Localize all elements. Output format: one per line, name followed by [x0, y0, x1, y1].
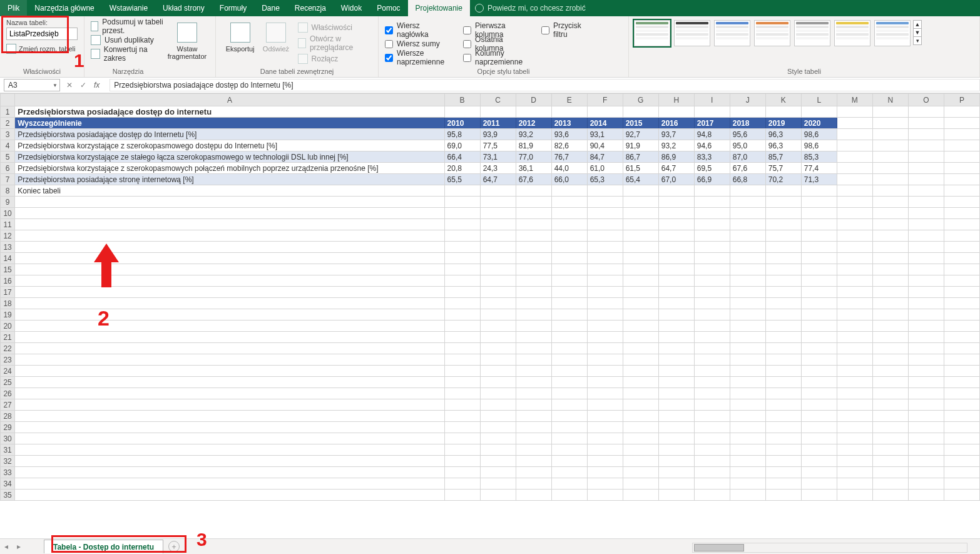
style-thumb-3[interactable] [754, 20, 790, 46]
cell[interactable] [658, 230, 694, 242]
cell[interactable] [480, 242, 516, 253]
cell[interactable] [872, 106, 908, 118]
cell[interactable] [658, 197, 694, 208]
cell[interactable] [516, 377, 551, 388]
cell[interactable] [765, 332, 801, 343]
cell[interactable] [908, 253, 944, 264]
cell[interactable]: 2014 [587, 118, 623, 129]
cell[interactable] [15, 456, 444, 467]
cell[interactable] [587, 309, 623, 321]
cell[interactable] [765, 411, 801, 422]
cell[interactable] [516, 366, 551, 377]
row-header[interactable]: 11 [1, 219, 15, 230]
cell[interactable] [801, 208, 837, 219]
cell[interactable] [623, 444, 658, 456]
cell[interactable] [516, 467, 551, 478]
cell[interactable] [444, 343, 480, 354]
cell[interactable] [944, 230, 979, 242]
cell[interactable] [908, 467, 944, 478]
cell[interactable] [908, 490, 944, 501]
cell[interactable] [551, 433, 587, 444]
cell[interactable] [694, 444, 730, 456]
cell[interactable] [516, 208, 551, 219]
tab-dane[interactable]: Dane [254, 0, 287, 16]
cell[interactable]: 2016 [658, 118, 694, 129]
cell[interactable] [872, 399, 908, 411]
cell[interactable] [837, 163, 872, 174]
cell[interactable] [480, 411, 516, 422]
cell[interactable] [480, 185, 516, 197]
chk-first[interactable]: Pierwsza kolumna [463, 24, 523, 36]
cell[interactable]: 81,9 [516, 140, 551, 151]
cell[interactable] [551, 185, 587, 197]
cell[interactable] [908, 106, 944, 118]
cell[interactable] [801, 411, 837, 422]
cell[interactable] [872, 332, 908, 343]
cell[interactable] [730, 219, 765, 230]
cell[interactable] [801, 219, 837, 230]
col-header-G[interactable]: G [623, 94, 658, 106]
cell[interactable]: 96,3 [765, 129, 801, 140]
cell[interactable] [872, 467, 908, 478]
cell[interactable] [551, 444, 587, 456]
cell[interactable] [694, 230, 730, 242]
row-header[interactable]: 29 [1, 422, 15, 433]
cell[interactable] [15, 332, 444, 343]
cell[interactable] [551, 467, 587, 478]
cell[interactable] [944, 377, 979, 388]
cell[interactable] [837, 490, 872, 501]
cell[interactable]: 44,0 [551, 163, 587, 174]
chk-filter[interactable]: Przycisk filtru [541, 24, 581, 36]
cell[interactable] [908, 343, 944, 354]
cell[interactable] [801, 309, 837, 321]
cell[interactable] [444, 321, 480, 332]
cell[interactable] [730, 444, 765, 456]
cell[interactable]: Przedsiębiorstwa posiadające stronę inte… [15, 174, 444, 185]
cell[interactable] [15, 444, 444, 456]
chk-bandedc[interactable]: Kolumny naprzemienne [463, 51, 523, 64]
cell[interactable] [801, 366, 837, 377]
cell[interactable] [516, 106, 551, 118]
cell[interactable] [837, 422, 872, 433]
cell[interactable]: 71,3 [801, 174, 837, 185]
cell[interactable] [944, 129, 979, 140]
cell[interactable] [908, 163, 944, 174]
cell[interactable] [658, 332, 694, 343]
name-box[interactable]: A3 ▼ [4, 79, 60, 91]
cell[interactable] [730, 208, 765, 219]
cell[interactable] [944, 309, 979, 321]
cell[interactable] [694, 242, 730, 253]
cell[interactable] [730, 230, 765, 242]
cell[interactable] [837, 140, 872, 151]
cell[interactable] [908, 422, 944, 433]
cell[interactable] [444, 456, 480, 467]
cell[interactable] [623, 321, 658, 332]
cell[interactable]: 2020 [801, 118, 837, 129]
row-header[interactable]: 21 [1, 332, 15, 343]
cell[interactable] [587, 411, 623, 422]
cell[interactable] [730, 287, 765, 298]
cell[interactable] [801, 106, 837, 118]
cell[interactable] [658, 275, 694, 287]
cell[interactable] [908, 151, 944, 163]
cell[interactable] [658, 411, 694, 422]
cell[interactable] [908, 287, 944, 298]
cell[interactable]: 65,3 [587, 174, 623, 185]
cell[interactable] [658, 388, 694, 399]
style-gallery[interactable] [634, 20, 911, 66]
cell[interactable] [694, 433, 730, 444]
cell[interactable] [765, 377, 801, 388]
slicer-button[interactable]: Wstaw fragmentator [165, 19, 209, 77]
cell[interactable] [516, 287, 551, 298]
col-header-J[interactable]: J [730, 94, 765, 106]
cell[interactable] [587, 377, 623, 388]
cell[interactable] [765, 242, 801, 253]
cell[interactable] [658, 377, 694, 388]
cell[interactable] [444, 208, 480, 219]
cell[interactable] [444, 275, 480, 287]
cell[interactable] [551, 456, 587, 467]
cell[interactable] [516, 411, 551, 422]
cell[interactable] [587, 298, 623, 309]
cell[interactable] [944, 106, 979, 118]
cell[interactable] [944, 275, 979, 287]
